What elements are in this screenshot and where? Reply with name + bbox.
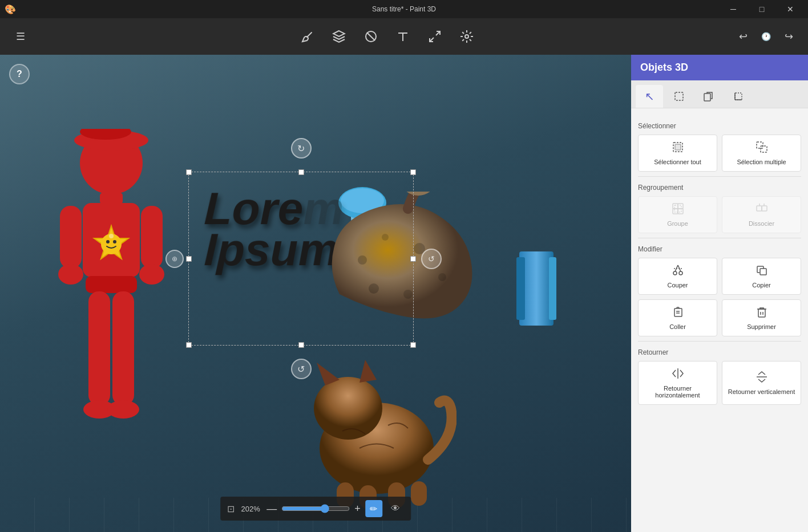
copy-button[interactable]: Copier <box>722 258 801 295</box>
text-tool[interactable] <box>389 23 417 50</box>
select-multiple-icon <box>756 141 768 156</box>
titlebar: 🎨 Sans titre* - Paint 3D ─ □ ✕ <box>0 0 808 18</box>
svg-point-15 <box>113 240 116 243</box>
ungroup-button[interactable]: Dissocier <box>722 196 801 233</box>
flip-vertical-button[interactable]: Retourner verticalement <box>722 361 801 405</box>
redo-button[interactable]: ↪ <box>778 26 799 47</box>
maximize-button[interactable]: □ <box>749 0 775 18</box>
group-icon <box>672 202 684 218</box>
select-all-label: Sélectionner tout <box>654 159 701 165</box>
zoom-fit-icon[interactable]: ⊡ <box>227 503 235 514</box>
svg-point-65 <box>673 271 677 275</box>
svg-point-25 <box>107 400 139 419</box>
effects-tool[interactable] <box>453 23 480 50</box>
panel-header: Objets 3D <box>631 55 808 80</box>
select-all-icon <box>672 141 684 156</box>
rotate-handle-top[interactable]: ↻ <box>291 138 312 159</box>
svg-line-4 <box>436 31 440 35</box>
svg-rect-48 <box>704 94 710 101</box>
resize-tool[interactable] <box>421 23 449 50</box>
flip-horizontal-button[interactable]: Retourner horizontalement <box>638 361 717 405</box>
minimize-button[interactable]: ─ <box>720 0 746 18</box>
select-multiple-button[interactable]: Sélection multiple <box>722 135 801 172</box>
handle-bot-left[interactable] <box>186 342 192 348</box>
copy-icon <box>756 264 768 279</box>
svg-rect-57 <box>678 204 683 209</box>
cat-figure[interactable] <box>302 346 456 511</box>
svg-rect-62 <box>762 206 767 211</box>
paste-icon <box>672 306 684 321</box>
divider-2 <box>638 238 801 238</box>
brush-tool[interactable] <box>293 23 321 50</box>
flip-buttons-row: Retourner horizontalement Retourner vert… <box>638 361 801 405</box>
svg-point-31 <box>369 283 379 294</box>
undo-button[interactable]: ↩ <box>733 26 753 47</box>
svg-rect-54 <box>757 142 763 148</box>
svg-rect-21 <box>86 276 137 293</box>
group-buttons-row: Groupe Dissocier <box>638 196 801 233</box>
svg-point-30 <box>438 273 446 281</box>
tab-crop[interactable] <box>725 85 752 108</box>
cut-label: Couper <box>667 282 688 289</box>
zoom-slider[interactable] <box>281 504 350 513</box>
zoom-eye-button[interactable]: 👁 <box>387 500 404 517</box>
canvas-area[interactable]: ? ↻ ↺ ↺ ⊕ ⊕ Lorem Ipsum <box>0 55 631 532</box>
svg-rect-10 <box>100 193 123 204</box>
history-button[interactable]: 🕐 <box>756 26 776 47</box>
3d-object-tool[interactable] <box>325 23 353 50</box>
blue-3d-shape[interactable] <box>514 249 559 328</box>
svg-rect-58 <box>673 209 678 214</box>
flip-horizontal-label: Retourner horizontalement <box>641 385 714 399</box>
main-area: ? ↻ ↺ ↺ ⊕ ⊕ Lorem Ipsum <box>0 55 808 532</box>
eraser-tool[interactable] <box>357 23 385 50</box>
cut-button[interactable]: Couper <box>638 258 717 295</box>
svg-point-14 <box>106 240 110 243</box>
section-group-label: Regroupement <box>638 184 801 192</box>
zoom-bar: ⊡ 202% — + ✏ 👁 <box>220 497 411 521</box>
tab-copy-stamp[interactable] <box>695 85 722 108</box>
lorem-ipsum-text[interactable]: Lorem Ipsum <box>204 186 344 273</box>
window-title: Sans titre* - Paint 3D <box>372 5 436 13</box>
handle-top-center[interactable] <box>298 169 304 175</box>
tool-group <box>41 23 733 50</box>
window-controls: ─ □ ✕ <box>720 0 803 18</box>
paste-label: Coller <box>669 323 686 330</box>
select-all-button[interactable]: Sélectionner tout <box>638 135 717 172</box>
handle-top-right[interactable] <box>410 169 416 175</box>
flip-horizontal-icon <box>672 367 684 383</box>
delete-label: Supprimer <box>747 323 776 330</box>
modify-buttons-row1: Couper Copier <box>638 258 801 295</box>
svg-rect-19 <box>141 206 163 269</box>
section-modify-label: Modifier <box>638 245 801 253</box>
flip-vertical-icon <box>756 371 768 386</box>
paste-button[interactable]: Coller <box>638 299 717 336</box>
handle-mid-left[interactable] <box>186 256 192 262</box>
select-multiple-label: Sélection multiple <box>737 159 786 165</box>
group-button[interactable]: Groupe <box>638 196 717 233</box>
zoom-edit-button[interactable]: ✏ <box>365 500 382 517</box>
svg-point-29 <box>414 243 425 254</box>
tab-select[interactable]: ↖ <box>636 85 663 108</box>
section-select-label: Sélectionner <box>638 122 801 130</box>
divider-1 <box>638 176 801 177</box>
svg-rect-17 <box>60 206 82 269</box>
svg-rect-55 <box>761 146 767 152</box>
robot-figure[interactable] <box>49 129 174 460</box>
svg-rect-49 <box>735 93 742 100</box>
handle-top-left[interactable] <box>186 169 192 175</box>
svg-rect-71 <box>674 308 682 316</box>
group-label: Groupe <box>667 220 688 227</box>
right-panel: Objets 3D ↖ <box>631 55 808 532</box>
delete-button[interactable]: Supprimer <box>722 299 801 336</box>
stone-creature[interactable] <box>328 192 488 328</box>
close-button[interactable]: ✕ <box>777 0 803 18</box>
zoom-in-button[interactable]: + <box>354 503 361 515</box>
help-button[interactable]: ? <box>9 64 30 84</box>
tab-select-region[interactable] <box>665 85 693 108</box>
ungroup-icon <box>756 202 768 218</box>
zoom-out-button[interactable]: — <box>266 503 277 515</box>
menu-button[interactable]: ☰ <box>9 25 32 48</box>
delete-icon <box>756 306 768 321</box>
svg-rect-37 <box>516 257 525 320</box>
section-flip-label: Retourner <box>638 348 801 356</box>
